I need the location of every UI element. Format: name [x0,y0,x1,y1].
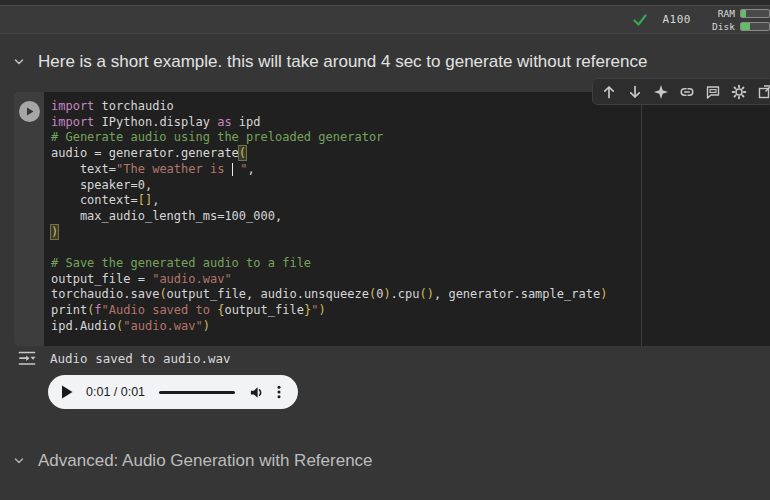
player-play-button[interactable] [61,385,73,399]
code-cell: import torchaudioimport IPython.display … [14,92,770,346]
player-menu-icon[interactable] [273,384,285,400]
resource-meters[interactable]: RAM Disk [707,8,770,32]
cell-settings-gear-icon[interactable] [731,84,747,100]
ram-usage-bar [740,9,770,18]
move-cell-down-icon[interactable] [627,84,643,100]
code-editor[interactable]: import torchaudioimport IPython.display … [44,92,770,346]
cell-gutter [14,92,44,346]
accelerator-label: A100 [663,13,692,26]
code-line[interactable]: torchaudio.save(output_file, audio.unsqu… [51,287,770,303]
collapse-chevron-icon[interactable] [12,55,26,69]
editor-divider [641,104,642,346]
move-cell-up-icon[interactable] [601,84,617,100]
insert-link-icon[interactable] [679,84,695,100]
gemini-sparkle-icon[interactable] [653,84,669,100]
section-header-advanced: Advanced: Audio Generation with Referenc… [12,448,373,474]
add-comment-icon[interactable] [705,84,721,100]
code-line[interactable]: audio = generator.generate( [51,146,770,162]
player-progress-line [159,391,235,394]
code-line[interactable]: print(f"Audio saved to {output_file}") [51,303,770,319]
audio-player[interactable]: 0:01 / 0:01 [48,375,298,409]
player-time: 0:01 / 0:01 [86,385,145,399]
ram-label: RAM [707,8,735,19]
disk-meter-row: Disk [707,21,770,32]
notebook-toolbar: A100 RAM Disk [0,5,770,34]
disk-usage-bar [740,22,770,31]
collapse-chevron-icon[interactable] [12,454,26,468]
section-title: Advanced: Audio Generation with Referenc… [38,451,373,471]
code-line[interactable]: import IPython.display as ipd [51,115,770,131]
code-line[interactable]: output_file = "audio.wav" [51,272,770,288]
section-title: Here is a short example. this will take … [38,52,648,72]
mirror-cell-icon[interactable] [757,84,770,100]
code-line[interactable]: ipd.Audio("audio.wav") [51,319,770,335]
player-seek-bar[interactable] [159,391,235,394]
play-icon [24,106,35,117]
code-line[interactable]: context=[], [51,193,770,209]
output-options-icon[interactable] [18,351,37,366]
section-header-example: Here is a short example. this will take … [12,49,648,75]
code-text[interactable]: import torchaudioimport IPython.display … [51,99,770,335]
cell-output-row: Audio saved to audio.wav [18,351,231,366]
output-message: Audio saved to audio.wav [50,351,231,366]
player-volume-icon[interactable] [249,385,264,400]
colab-notebook-screen: A100 RAM Disk Here is a short example. t… [0,0,770,500]
code-line[interactable] [51,240,770,256]
code-line[interactable]: speaker=0, [51,178,770,194]
code-line[interactable]: text="The weather is ", [51,162,770,178]
connected-checkmark-icon [631,11,649,29]
cell-actions-toolbar [592,78,770,105]
code-line[interactable]: # Save the generated audio to a file [51,256,770,272]
ram-meter-row: RAM [707,8,770,19]
code-line[interactable]: ) [51,225,770,241]
disk-label: Disk [707,21,735,32]
code-line[interactable]: # Generate audio using the preloaded gen… [51,130,770,146]
code-line[interactable]: max_audio_length_ms=100_000, [51,209,770,225]
run-cell-button[interactable] [19,101,40,122]
